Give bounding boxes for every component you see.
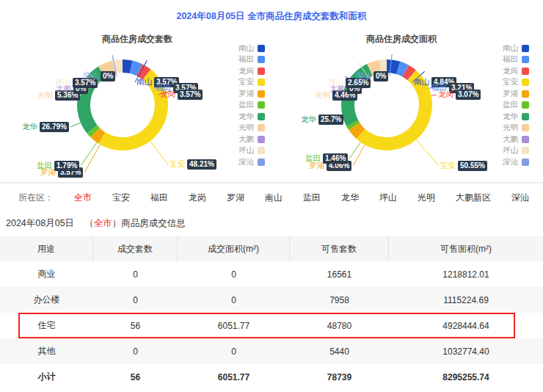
legend-item[interactable]: 宝安 (238, 77, 265, 89)
table-cell: 1115224.69 (389, 287, 543, 313)
filter-item[interactable]: 深汕 (511, 192, 529, 204)
legend-swatch-icon (258, 45, 265, 52)
legend-swatch-icon (258, 90, 265, 98)
filter-item[interactable]: 龙华 (341, 192, 359, 204)
pie-label-name: 龙华 (22, 122, 37, 132)
legend-label: 光明 (503, 123, 518, 133)
legend-item[interactable]: 大鹏 (503, 134, 529, 145)
legend-item[interactable]: 龙华 (238, 111, 265, 123)
legend-label: 福田 (238, 54, 254, 65)
table-cell: 4928444.64 (389, 313, 543, 338)
legend-label: 大鹏 (503, 134, 518, 145)
chart-legend: 南山福田龙岗宝安罗湖盐田龙华光明大鹏坪山深汕 (503, 43, 529, 168)
units-donut-chart: 商品住房成交套数 南山3.57%福田3.57%龙岗3.57%宝安48.21%罗湖… (1, 29, 273, 182)
filter-item[interactable]: 全市 (74, 192, 92, 204)
pie-label: 龙岗3.07% (438, 90, 481, 100)
pie-label: 深汕0% (83, 71, 115, 81)
legend-item[interactable]: 罗湖 (503, 88, 529, 100)
legend-swatch-icon (522, 68, 529, 75)
filter-item[interactable]: 光明 (418, 192, 435, 204)
table-cell: 0 (93, 338, 178, 364)
pie-label-line (416, 139, 439, 166)
legend-label: 盐田 (503, 100, 518, 110)
legend-label: 罗湖 (503, 89, 518, 99)
table-row[interactable]: 其他0054401032774.40 (0, 338, 543, 364)
legend-item[interactable]: 坪山 (503, 145, 529, 157)
legend-swatch-icon (522, 45, 529, 52)
legend-item[interactable]: 盐田 (503, 100, 529, 112)
header-cell: 成交面积(m²) (178, 236, 290, 261)
filter-item[interactable]: 大鹏新区 (456, 192, 491, 204)
table-cell: 16561 (290, 261, 389, 287)
legend-label: 宝安 (238, 77, 254, 87)
header-cell: 用途 (0, 236, 93, 261)
pie-label: 盐田1.79% (37, 161, 79, 171)
header-cell: 可售面积(m²) (389, 236, 543, 261)
pie-label-value: 0% (101, 71, 115, 81)
filter-item[interactable]: 盐田 (303, 192, 321, 204)
table-cell: 商业 (0, 261, 93, 287)
pie-label-name: 龙岗 (160, 90, 175, 100)
pie-label-value: 1.79% (54, 161, 79, 171)
legend-item[interactable]: 光明 (238, 123, 265, 134)
table-row[interactable]: 小计566051.77787398295255.74 (0, 364, 543, 390)
table-title-suffix: 商品房成交信息 (121, 218, 186, 228)
legend-item[interactable]: 龙岗 (503, 65, 529, 77)
pie-label: 宝安48.21% (170, 159, 216, 170)
legend-item[interactable]: 深汕 (238, 156, 265, 168)
pie-label-name: 深汕 (83, 71, 98, 81)
legend-swatch-icon (522, 147, 529, 154)
pie-label-line (349, 142, 360, 159)
legend-item[interactable]: 龙岗 (238, 65, 265, 77)
area-donut-chart: 商品住房成交面积 南山4.84%福田3.21%龙岗3.07%宝安50.55%罗湖… (266, 29, 537, 182)
pie-label-name: 龙华 (301, 115, 316, 125)
legend-swatch-icon (258, 136, 265, 143)
legend-item[interactable]: 福田 (503, 54, 529, 66)
pie-label-name: 光明 (37, 90, 53, 101)
legend-item[interactable]: 坪山 (238, 145, 265, 157)
legend-item[interactable]: 宝安 (503, 77, 529, 89)
table-row[interactable]: 办公楼0079581115224.69 (0, 287, 543, 313)
pie-label: 盐田1.46% (305, 153, 348, 164)
legend-swatch-icon (258, 68, 265, 75)
filter-item[interactable]: 龙岗 (189, 192, 206, 204)
pie-label-line (150, 141, 168, 164)
legend-item[interactable]: 南山 (238, 43, 265, 54)
pie-label-name: 光明 (315, 90, 330, 101)
legend-label: 光明 (238, 123, 254, 133)
filter-label: 所在区： (18, 192, 54, 204)
legend-item[interactable]: 罗湖 (238, 88, 265, 100)
district-filter: 所在区： 全市宝安福田龙岗罗湖南山盐田龙华坪山光明大鹏新区深汕 (18, 189, 529, 206)
legend-item[interactable]: 福田 (238, 54, 265, 66)
transactions-table: 用途成交套数成交面积(m²)可售套数可售面积(m²)商业001656112188… (0, 236, 543, 390)
legend-label: 大鹏 (238, 134, 254, 145)
pie-label-name: 盐田 (37, 161, 52, 171)
legend-item[interactable]: 深汕 (503, 156, 529, 168)
table-cell: 0 (178, 287, 290, 313)
filter-item[interactable]: 南山 (265, 192, 283, 204)
legend-swatch-icon (258, 56, 265, 63)
table-row[interactable]: 住宅566051.77487804928444.64 (0, 313, 543, 338)
legend-item[interactable]: 大鹏 (238, 134, 265, 145)
table-title-scope: 全市 (94, 218, 112, 228)
filter-item[interactable]: 罗湖 (227, 192, 244, 204)
table-cell: 0 (93, 261, 178, 287)
legend-item[interactable]: 龙华 (503, 111, 529, 123)
legend-label: 坪山 (238, 145, 254, 156)
filter-item[interactable]: 坪山 (379, 192, 397, 204)
table-cell: 0 (178, 261, 290, 287)
filter-item[interactable]: 宝安 (112, 192, 130, 204)
legend-item[interactable]: 南山 (503, 43, 529, 54)
legend-item[interactable]: 盐田 (238, 100, 265, 112)
pie-label: 深汕0% (356, 71, 388, 81)
legend-item[interactable]: 光明 (503, 123, 529, 134)
pie-label: 龙华26.79% (22, 122, 69, 132)
table-cell: 56 (93, 313, 178, 338)
table-row[interactable]: 商业00165611218812.01 (0, 261, 543, 287)
table-cell: 56 (93, 364, 178, 390)
section-divider (0, 182, 543, 184)
filter-items: 全市宝安福田龙岗罗湖南山盐田龙华坪山光明大鹏新区深汕 (74, 192, 529, 204)
filter-item[interactable]: 福田 (150, 192, 168, 204)
table-cell: 小计 (0, 364, 93, 390)
legend-swatch-icon (522, 56, 529, 63)
